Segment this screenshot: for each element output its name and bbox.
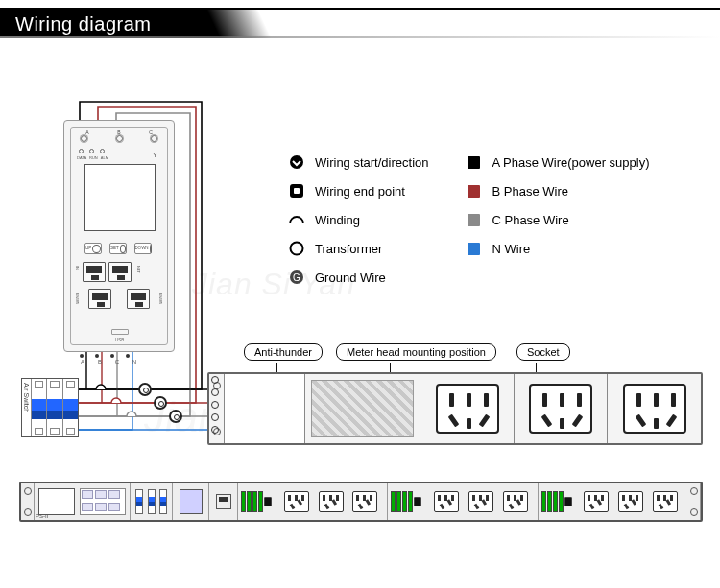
rj-row-top: IN NET: [83, 262, 132, 282]
n-wire-icon: [465, 240, 482, 257]
rj-port-rs485-1[interactable]: [88, 289, 111, 309]
term-n-label: N: [130, 359, 139, 365]
rj-port-rs485-2[interactable]: [127, 289, 150, 309]
transformer-c: [169, 410, 182, 423]
mini-button-set: [80, 488, 126, 515]
legend-ground-label: Ground Wire: [315, 270, 386, 285]
mini-sock[interactable]: [434, 491, 459, 512]
terminal-a: [211, 388, 219, 396]
mini-sock[interactable]: [584, 491, 609, 512]
mini-sock[interactable]: [653, 491, 678, 512]
mini-switch-section: [131, 483, 173, 520]
mini-left-ear: [21, 483, 35, 520]
mini-breaker-1[interactable]: [238, 483, 275, 520]
mini-pole-2: [148, 489, 156, 514]
svg-point-0: [290, 155, 303, 169]
air-switch-label: Air Switch: [23, 383, 30, 433]
meter-device: A B C DATA RUN ALM Y UP SET DOWN IN NET …: [63, 120, 175, 352]
meter-mounting-area: [305, 374, 421, 443]
meter-led-labels: DATA RUN ALM: [77, 155, 108, 160]
rj-port-in[interactable]: [83, 262, 106, 282]
mini-sock[interactable]: [284, 491, 309, 512]
callout-anti-thunder: Anti-thunder: [244, 343, 323, 361]
legend-winding-label: Winding: [315, 213, 360, 227]
legend-b-phase: B Phase Wire: [465, 182, 649, 200]
down-button[interactable]: DOWN: [134, 243, 152, 254]
socket-face-2: [529, 384, 592, 434]
outlet-1[interactable]: [420, 374, 515, 443]
legend-a-phase: A Phase Wire(power supply): [465, 153, 649, 171]
legend-n-wire-label: N Wire: [492, 242, 530, 256]
pdu-enlarged: [207, 372, 703, 445]
mini-meter-section: [35, 483, 131, 520]
svg-rect-2: [294, 188, 300, 194]
mini-sock[interactable]: [503, 491, 528, 512]
a-phase-icon: [465, 153, 482, 171]
usb-port[interactable]: [111, 329, 129, 335]
mini-rj-port: [216, 494, 231, 509]
legend-wiring-start-label: Wiring start/direction: [315, 155, 428, 170]
hatch-icon: [311, 380, 415, 437]
terminal-b: [211, 401, 219, 409]
mini-screen: [38, 488, 75, 515]
rj-port-net[interactable]: [108, 262, 132, 282]
legend-b-phase-label: B Phase Wire: [492, 184, 567, 199]
term-b-label: B: [95, 359, 105, 365]
switch-poles: [31, 379, 78, 436]
callout-socket: Socket: [516, 343, 570, 361]
mini-breaker-2[interactable]: [388, 483, 424, 520]
legend-col-1: Wiring start/direction Wiring end point …: [288, 153, 428, 286]
legend-transformer-label: Transformer: [315, 242, 382, 256]
svg-text:G: G: [293, 272, 300, 283]
mini-sock[interactable]: [352, 491, 377, 512]
legend-col-2: A Phase Wire(power supply) B Phase Wire …: [465, 153, 649, 286]
air-switch[interactable]: Air Switch: [21, 378, 79, 437]
title-lower-line: [0, 36, 720, 38]
mini-anti-block: [180, 489, 203, 514]
rj-net-label: NET: [136, 266, 141, 273]
mini-group-3: [539, 483, 687, 520]
socket-face-1: [436, 384, 499, 434]
anti-thunder-module: [225, 374, 305, 443]
meter-top-ports: [81, 135, 157, 142]
mini-outs-3: [575, 483, 687, 520]
winding-icon: [288, 211, 305, 228]
terminal-g: [211, 376, 219, 384]
mini-sock[interactable]: [468, 491, 493, 512]
usb-label: USB: [115, 338, 124, 342]
down-label: DOWN: [134, 246, 148, 250]
rj-in-label: IN: [75, 266, 80, 270]
switch-pole-2: [46, 379, 61, 436]
c-phase-icon: [465, 211, 482, 228]
mini-outs-1: [275, 483, 387, 520]
page-title: Wiring diagram: [15, 13, 151, 35]
legend-n-wire: N Wire: [465, 240, 649, 257]
meter-led-row: [79, 149, 105, 153]
set-button[interactable]: SET: [109, 243, 127, 254]
terminal-n: [211, 426, 219, 434]
mini-sock[interactable]: [618, 491, 643, 512]
mini-rj-section: [209, 483, 238, 520]
mini-anti-section: [173, 483, 209, 520]
legend-a-phase-label: A Phase Wire(power supply): [492, 155, 649, 170]
legend-c-phase-label: C Phase Wire: [492, 213, 568, 227]
outlet-2[interactable]: [515, 374, 609, 443]
mini-pdu-id: PS-II: [36, 513, 48, 519]
mini-sock[interactable]: [319, 491, 344, 512]
b-phase-icon: [465, 182, 482, 200]
rs485-1-label: RS485: [75, 293, 80, 304]
legend-wiring-start: Wiring start/direction: [288, 153, 428, 171]
mini-pole-1: [135, 489, 143, 514]
transformer-icon: [288, 240, 305, 257]
meter-inner: A B C DATA RUN ALM Y UP SET DOWN IN NET …: [70, 127, 168, 345]
up-button[interactable]: UP: [84, 243, 102, 254]
mini-breaker-3[interactable]: [539, 483, 575, 520]
outlet-3[interactable]: [608, 374, 701, 443]
mini-pole-3: [159, 489, 167, 514]
mini-right-ear: [687, 483, 701, 520]
legend: Wiring start/direction Wiring end point …: [288, 153, 650, 286]
transformer-a: [138, 383, 152, 396]
rs485-2-label: RS485: [158, 293, 163, 304]
meter-button-row: UP SET DOWN: [84, 243, 152, 254]
antenna-icon: Y: [153, 151, 157, 159]
